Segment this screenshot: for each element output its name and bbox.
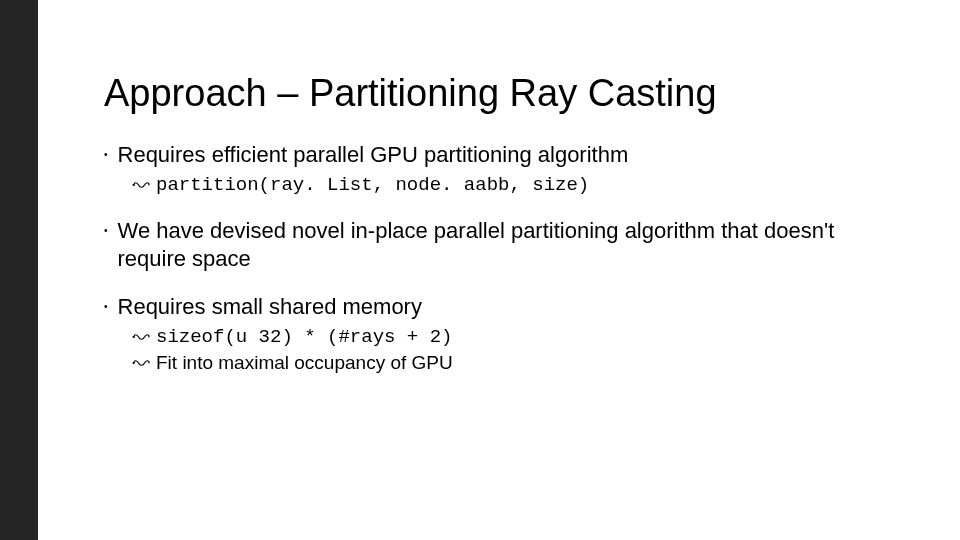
bullet-dot-icon: • (104, 293, 108, 321)
sub-list: partition(ray. List, node. aabb, size) (132, 173, 900, 197)
sub-list: sizeof(u 32) * (#rays + 2) Fit into maxi… (132, 325, 900, 375)
slide-content: Approach – Partitioning Ray Casting • Re… (104, 72, 900, 395)
flourish-icon (132, 351, 150, 375)
sub-bullet-text: sizeof(u 32) * (#rays + 2) (156, 325, 452, 349)
list-item: • Requires small shared memory sizeof(u … (104, 293, 900, 375)
flourish-icon (132, 325, 150, 349)
bullet-list: • Requires efficient parallel GPU partit… (104, 141, 900, 375)
slide: Approach – Partitioning Ray Casting • Re… (0, 0, 960, 540)
bullet-text: We have devised novel in-place parallel … (118, 217, 900, 273)
flourish-icon (132, 173, 150, 197)
svg-point-2 (133, 336, 135, 338)
list-item: • Requires efficient parallel GPU partit… (104, 141, 900, 197)
bullet-row: • Requires small shared memory (104, 293, 900, 321)
sub-bullet-text: Fit into maximal occupancy of GPU (156, 351, 453, 375)
bullet-text: Requires small shared memory (118, 293, 422, 321)
bullet-dot-icon: • (104, 141, 108, 169)
bullet-text: Requires efficient parallel GPU partitio… (118, 141, 629, 169)
bullet-row: • Requires efficient parallel GPU partit… (104, 141, 900, 169)
sub-list-item: partition(ray. List, node. aabb, size) (132, 173, 900, 197)
bullet-row: • We have devised novel in-place paralle… (104, 217, 900, 273)
sub-list-item: sizeof(u 32) * (#rays + 2) (132, 325, 900, 349)
sub-list-item: Fit into maximal occupancy of GPU (132, 351, 900, 375)
svg-point-4 (133, 362, 135, 364)
list-item: • We have devised novel in-place paralle… (104, 217, 900, 273)
sub-bullet-text: partition(ray. List, node. aabb, size) (156, 173, 589, 197)
left-accent-bar (0, 0, 38, 540)
bullet-dot-icon: • (104, 217, 108, 245)
svg-point-0 (133, 184, 135, 186)
slide-title: Approach – Partitioning Ray Casting (104, 72, 900, 115)
